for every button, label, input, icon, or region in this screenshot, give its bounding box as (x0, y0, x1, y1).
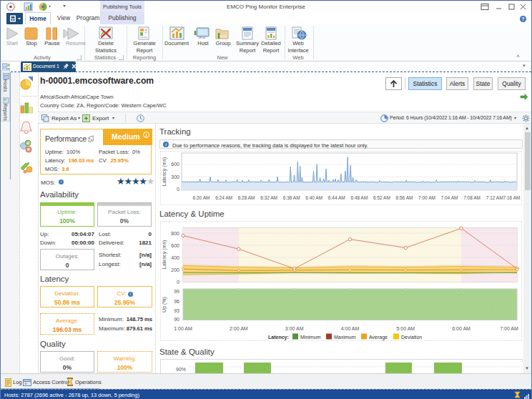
svg-text:300: 300 (171, 174, 179, 179)
svg-text:0: 0 (177, 187, 179, 192)
svg-text:Deviation: Deviation (401, 335, 422, 340)
svg-text:200: 200 (171, 267, 179, 272)
svg-text:Maximum: Maximum (334, 335, 356, 340)
svg-text:96: 96 (174, 299, 179, 304)
svg-text:6:00 AM: 6:00 AM (452, 326, 471, 331)
svg-text:6:44 AM: 6:44 AM (328, 195, 345, 200)
svg-text:Latency:: Latency: (268, 335, 289, 340)
svg-text:600: 600 (171, 243, 179, 248)
svg-text:7:00 AM: 7:00 AM (500, 326, 518, 331)
svg-text:Latency (ms): Latency (ms) (162, 240, 167, 269)
svg-text:3:00 AM: 3:00 AM (285, 326, 304, 331)
svg-text:Latency (ms): Latency (ms) (162, 157, 167, 186)
svg-text:6:48 AM: 6:48 AM (350, 195, 368, 200)
svg-text:Up (%): Up (%) (162, 297, 167, 312)
svg-text:90: 90 (174, 317, 179, 322)
svg-text:800: 800 (171, 231, 179, 236)
svg-text:1:00 AM: 1:00 AM (174, 326, 192, 331)
svg-text:93: 93 (174, 308, 179, 313)
svg-text:6:40 AM: 6:40 AM (305, 195, 322, 200)
svg-text:7:04 AM: 7:04 AM (441, 195, 458, 200)
svg-text:6:24 AM: 6:24 AM (215, 195, 232, 200)
svg-text:6:36 AM: 6:36 AM (283, 195, 300, 200)
svg-text:6:20 AM: 6:20 AM (193, 195, 210, 200)
svg-text:7:16 AM: 7:16 AM (503, 195, 521, 200)
svg-text:6:52 AM: 6:52 AM (373, 195, 390, 200)
svg-text:99: 99 (174, 289, 179, 294)
svg-text:6:56 AM: 6:56 AM (396, 195, 413, 200)
svg-text:400: 400 (171, 255, 179, 260)
svg-text:5:00 AM: 5:00 AM (396, 326, 415, 331)
svg-text:0: 0 (177, 280, 179, 285)
svg-text:6:32 AM: 6:32 AM (260, 195, 277, 200)
svg-text:600: 600 (171, 162, 179, 167)
svg-text:7:08 AM: 7:08 AM (463, 195, 481, 200)
svg-text:Average: Average (369, 335, 388, 340)
svg-text:7:00 AM: 7:00 AM (418, 195, 435, 200)
svg-text:2:00 AM: 2:00 AM (230, 326, 248, 331)
svg-text:4:00 AM: 4:00 AM (341, 326, 360, 331)
svg-text:Minimum: Minimum (300, 335, 321, 340)
svg-text:6:28 AM: 6:28 AM (238, 195, 255, 200)
svg-text:7:12 AM: 7:12 AM (486, 195, 503, 200)
svg-text:90%: 90% (176, 367, 186, 372)
